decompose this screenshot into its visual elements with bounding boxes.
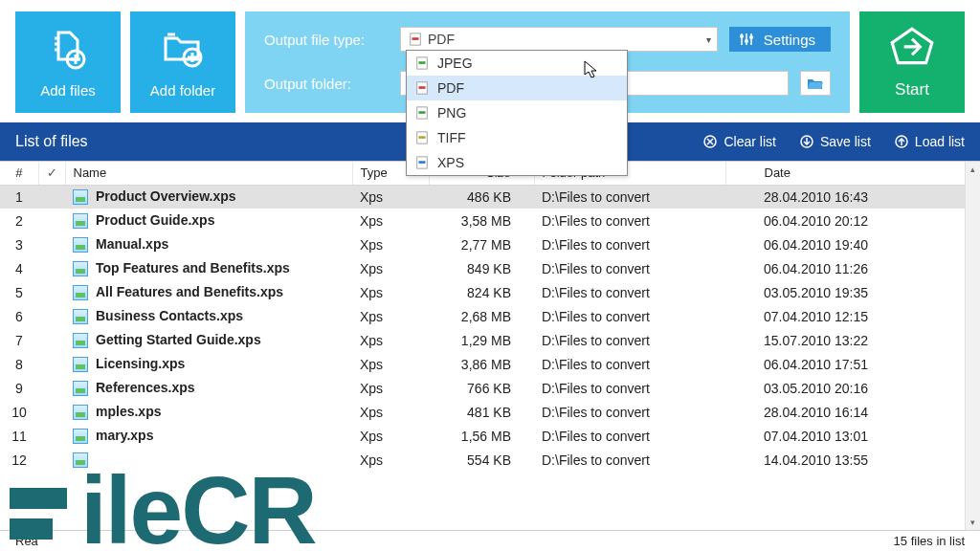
file-table[interactable]: # ✓ Name Type Size Folder path Date 1Pro… xyxy=(0,162,980,472)
col-check[interactable]: ✓ xyxy=(38,162,65,185)
table-row[interactable]: 9References.xpsXps766 KBD:\Files to conv… xyxy=(0,376,980,400)
add-files-icon xyxy=(45,27,91,73)
folder-open-icon xyxy=(807,77,824,90)
file-icon xyxy=(73,309,88,324)
svg-rect-3 xyxy=(412,37,419,40)
file-icon xyxy=(73,237,88,253)
sliders-icon xyxy=(739,32,754,47)
output-type-select[interactable]: PDF ▾ xyxy=(400,27,718,52)
dropdown-item-pdf[interactable]: PDF xyxy=(407,76,627,100)
table-row[interactable]: 3Manual.xpsXps2,77 MBD:\Files to convert… xyxy=(0,232,980,256)
output-folder-label: Output folder: xyxy=(264,76,389,92)
pdf-icon xyxy=(414,80,430,96)
file-icon xyxy=(73,285,88,300)
save-icon xyxy=(799,134,814,149)
vertical-scrollbar[interactable]: ▴ ▾ xyxy=(965,162,980,530)
save-list-button[interactable]: Save list xyxy=(799,134,871,149)
file-icon xyxy=(73,261,88,276)
table-row[interactable]: 7Getting Started Guide.xpsXps1,29 MBD:\F… xyxy=(0,328,980,352)
file-icon xyxy=(73,405,88,420)
add-folder-icon xyxy=(160,27,206,73)
svg-rect-14 xyxy=(419,136,426,139)
file-icon xyxy=(73,357,88,372)
table-row[interactable]: 6Business Contacts.xpsXps2,68 MBD:\Files… xyxy=(0,304,980,328)
pdf-icon xyxy=(409,33,422,46)
add-files-button[interactable]: Add files xyxy=(15,11,121,113)
col-date[interactable]: Date xyxy=(725,162,980,185)
table-row[interactable]: 1Product Overview.xpsXps486 KBD:\Files t… xyxy=(0,185,980,209)
table-row[interactable]: 4Top Features and Benefits.xpsXps849 KBD… xyxy=(0,256,980,280)
start-button[interactable]: Start xyxy=(859,11,965,113)
file-icon xyxy=(73,213,88,229)
start-label: Start xyxy=(895,80,929,99)
status-left: Rea xyxy=(15,534,38,548)
xps-icon xyxy=(414,155,430,170)
svg-rect-10 xyxy=(419,86,426,89)
tiff-icon xyxy=(414,130,430,145)
svg-rect-16 xyxy=(419,161,426,164)
clear-icon xyxy=(702,134,718,149)
settings-button[interactable]: Settings xyxy=(729,27,831,52)
svg-rect-12 xyxy=(419,111,426,114)
svg-point-5 xyxy=(745,39,748,43)
browse-folder-button[interactable] xyxy=(800,71,831,96)
col-name[interactable]: Name xyxy=(65,162,352,185)
table-row[interactable]: 10mples.xpsXps481 KBD:\Files to convert2… xyxy=(0,400,980,424)
output-panel: Output file type: PDF ▾ Settings xyxy=(245,11,850,113)
file-table-wrap: # ✓ Name Type Size Folder path Date 1Pro… xyxy=(0,161,980,551)
svg-point-4 xyxy=(740,34,744,38)
add-folder-button[interactable]: Add folder xyxy=(130,11,235,113)
load-icon xyxy=(894,134,909,149)
add-folder-label: Add folder xyxy=(150,82,215,99)
dropdown-item-xps[interactable]: XPS xyxy=(407,150,627,175)
svg-rect-8 xyxy=(419,61,426,64)
output-type-label: Output file type: xyxy=(264,32,389,48)
add-files-label: Add files xyxy=(40,82,96,99)
file-icon xyxy=(73,189,88,205)
list-title: List of files xyxy=(15,133,88,150)
svg-point-6 xyxy=(749,35,753,39)
file-icon xyxy=(73,452,88,468)
load-list-button[interactable]: Load list xyxy=(894,134,965,149)
table-row[interactable]: 2Product Guide.xpsXps3,58 MBD:\Files to … xyxy=(0,209,980,232)
file-icon xyxy=(73,429,88,444)
clear-list-button[interactable]: Clear list xyxy=(702,134,775,149)
png-icon xyxy=(414,105,430,121)
start-arrow-icon xyxy=(888,25,936,73)
file-icon xyxy=(73,381,88,396)
output-type-dropdown[interactable]: JPEGPDFPNGTIFFXPS xyxy=(406,50,628,176)
table-row[interactable]: 12Xps554 KBD:\Files to convert14.04.2010… xyxy=(0,448,980,472)
table-row[interactable]: 5All Features and Benefits.xpsXps824 KBD… xyxy=(0,280,980,304)
table-row[interactable]: 8Licensing.xpsXps3,86 MBD:\Files to conv… xyxy=(0,352,980,376)
output-type-value: PDF xyxy=(428,32,455,47)
jpeg-icon xyxy=(414,55,430,71)
scroll-up-icon[interactable]: ▴ xyxy=(966,162,980,177)
chevron-down-icon: ▾ xyxy=(706,34,711,45)
scroll-down-icon[interactable]: ▾ xyxy=(966,515,980,530)
status-bar: Rea 15 files in list xyxy=(0,530,980,551)
settings-label: Settings xyxy=(764,32,815,48)
dropdown-item-jpeg[interactable]: JPEG xyxy=(407,51,627,76)
status-right: 15 files in list xyxy=(894,534,965,548)
table-row[interactable]: 11mary.xpsXps1,56 MBD:\Files to convert0… xyxy=(0,424,980,448)
dropdown-item-tiff[interactable]: TIFF xyxy=(407,125,627,150)
col-number[interactable]: # xyxy=(0,162,38,185)
file-icon xyxy=(73,333,88,348)
dropdown-item-png[interactable]: PNG xyxy=(407,100,627,125)
